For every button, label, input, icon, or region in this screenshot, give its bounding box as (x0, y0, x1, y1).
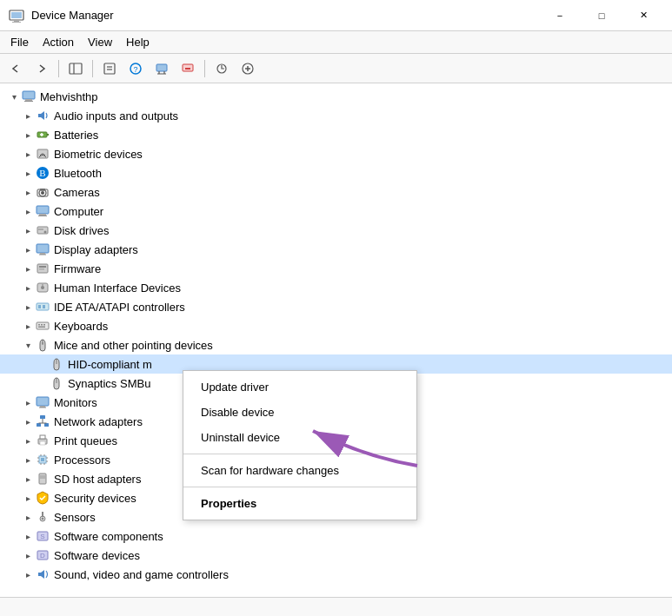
display-label: Display adapters (54, 243, 138, 256)
svg-rect-83 (42, 512, 43, 517)
minimize-button[interactable]: − (540, 3, 580, 28)
audio-expand[interactable]: ▸ (21, 109, 35, 123)
tree-item-software-dev[interactable]: ▸ D Software devices (0, 546, 672, 565)
tree-item-software-comp[interactable]: ▸ S Software components (0, 527, 672, 546)
processors-icon (35, 452, 50, 467)
svg-rect-66 (40, 435, 45, 439)
svg-rect-11 (156, 64, 167, 71)
tree-item-mice[interactable]: ▾ Mice and other pointing devices (0, 335, 672, 354)
root-expand[interactable]: ▾ (7, 89, 21, 103)
svg-rect-47 (37, 322, 49, 329)
bluetooth-expand[interactable]: ▸ (21, 166, 35, 180)
synaptics-label: Synaptics SMBu (68, 377, 150, 390)
monitors-label: Monitors (54, 396, 97, 409)
security-expand[interactable]: ▸ (21, 491, 35, 505)
add-hardware-button[interactable] (236, 57, 260, 80)
computer-expand[interactable]: ▸ (21, 204, 35, 218)
ide-icon (35, 299, 50, 315)
title-bar: Device Manager − □ ✕ (0, 0, 672, 31)
tree-item-display[interactable]: ▸ Display adapters (0, 240, 672, 259)
context-properties[interactable]: Properties (183, 491, 416, 516)
context-uninstall-device[interactable]: Uninstall device (183, 425, 416, 450)
context-scan-hardware[interactable]: Scan for hardware changes (183, 458, 416, 483)
monitors-expand[interactable]: ▸ (21, 395, 35, 409)
tree-item-keyboards[interactable]: ▸ Keyboards (0, 316, 672, 335)
tree-root[interactable]: ▾ Mehvishthp (0, 87, 672, 106)
ide-expand[interactable]: ▸ (21, 300, 35, 314)
disk-label: Disk drives (54, 224, 110, 237)
batteries-label: Batteries (54, 129, 98, 142)
sound-icon (35, 566, 50, 582)
properties-button[interactable] (97, 57, 122, 80)
menu-action[interactable]: Action (36, 33, 81, 51)
svg-point-53 (42, 342, 43, 344)
show-hide-pane-button[interactable] (63, 57, 88, 80)
svg-rect-4 (70, 63, 82, 74)
network-label: Network adapters (54, 415, 143, 428)
tree-item-bluetooth[interactable]: ▸ B Bluetooth (0, 163, 672, 182)
svg-rect-19 (47, 134, 49, 136)
svg-rect-6 (104, 63, 115, 74)
menu-view[interactable]: View (81, 33, 119, 51)
context-sep-2 (183, 487, 416, 487)
menu-file[interactable]: File (3, 33, 36, 51)
svg-point-42 (41, 286, 44, 289)
forward-button[interactable] (30, 57, 54, 80)
tree-item-sound[interactable]: ▸ Sound, video and game controllers (0, 565, 672, 584)
svg-rect-30 (39, 214, 46, 215)
batteries-expand[interactable]: ▸ (21, 128, 35, 142)
comp-icon (35, 203, 50, 219)
biometric-expand[interactable]: ▸ (21, 147, 35, 161)
menu-help[interactable]: Help (119, 33, 156, 51)
print-expand[interactable]: ▸ (21, 434, 35, 447)
svg-rect-69 (41, 458, 44, 461)
monitors-icon (35, 394, 50, 410)
keyboards-icon (35, 318, 50, 334)
maximize-button[interactable]: □ (582, 3, 622, 28)
keyboards-label: Keyboards (54, 320, 108, 333)
tree-item-ide[interactable]: ▸ IDE ATA/ATAPI controllers (0, 297, 672, 316)
svg-point-33 (44, 231, 47, 234)
tree-item-audio[interactable]: ▸ Audio inputs and outputs (0, 106, 672, 125)
update-driver-button[interactable] (150, 57, 174, 80)
tree-item-cameras[interactable]: ▸ Cameras (0, 182, 672, 202)
tree-item-firmware[interactable]: ▸ Firmware (0, 259, 672, 278)
sd-expand[interactable]: ▸ (21, 472, 35, 486)
main-area[interactable]: ▾ Mehvishthp ▸ Audio inputs and outputs (0, 83, 672, 597)
hid-icon (35, 280, 50, 295)
tree-item-computer[interactable]: ▸ Computer (0, 202, 672, 221)
svg-rect-51 (38, 327, 45, 328)
network-expand[interactable]: ▸ (21, 414, 35, 428)
tree-item-batteries[interactable]: ▸ Batteries (0, 125, 672, 144)
software-comp-expand[interactable]: ▸ (21, 529, 35, 543)
display-expand[interactable]: ▸ (21, 242, 35, 256)
close-button[interactable]: ✕ (623, 3, 663, 28)
disk-expand[interactable]: ▸ (21, 223, 35, 237)
sd-label: SD host adapters (54, 473, 141, 486)
audio-label: Audio inputs and outputs (54, 109, 178, 123)
tree-item-hid[interactable]: ▸ Human Interface Devices (0, 278, 672, 297)
svg-rect-43 (42, 283, 43, 286)
sensors-label: Sensors (54, 511, 96, 524)
keyboards-expand[interactable]: ▸ (21, 319, 35, 333)
scan-changes-button[interactable] (210, 57, 234, 80)
software-dev-expand[interactable]: ▸ (21, 548, 35, 562)
svg-rect-50 (43, 324, 45, 326)
back-button[interactable] (3, 57, 28, 80)
processors-expand[interactable]: ▸ (21, 453, 35, 467)
mice-expand[interactable]: ▾ (21, 338, 35, 352)
help-button[interactable]: ? (123, 57, 148, 80)
toolbar-sep-2 (92, 60, 93, 77)
network-icon (35, 414, 50, 429)
firmware-expand[interactable]: ▸ (21, 262, 35, 275)
cameras-label: Cameras (54, 186, 100, 199)
cameras-expand[interactable]: ▸ (21, 185, 35, 199)
tree-item-disk[interactable]: ▸ Disk drives (0, 221, 672, 240)
sound-expand[interactable]: ▸ (21, 567, 35, 581)
context-disable-device[interactable]: Disable device (183, 400, 416, 425)
context-update-driver[interactable]: Update driver (183, 374, 416, 400)
tree-item-biometric[interactable]: ▸ Biometric devices (0, 144, 672, 163)
sensors-expand[interactable]: ▸ (21, 510, 35, 524)
uninstall-button[interactable] (176, 57, 200, 80)
hid-expand[interactable]: ▸ (21, 281, 35, 295)
